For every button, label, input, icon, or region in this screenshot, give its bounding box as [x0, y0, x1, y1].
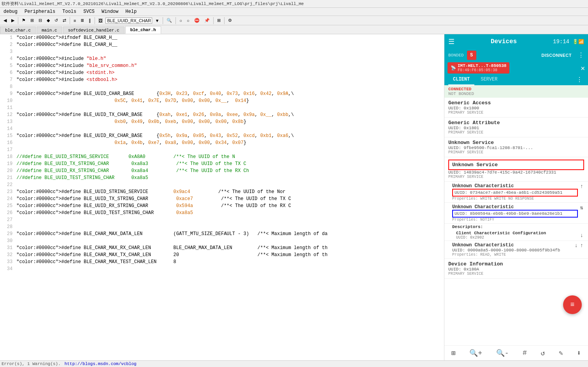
device-badge-name: IMT-HELT...T-850538	[458, 63, 506, 68]
code-line: 34	[0, 265, 444, 272]
service-item[interactable]: Generic Attribute UUID: 0x1801 PRIMARY S…	[444, 118, 588, 137]
code-line: 21//#define BLE_UUID_TEST_STRING_CHAR 0x…	[0, 174, 444, 181]
service-item[interactable]: Generic Access UUID: 0x1800 PRIMARY SERV…	[444, 98, 588, 118]
bottom-btn-refresh[interactable]: ↺	[537, 348, 548, 358]
char-action-icon[interactable]: ↑	[579, 242, 584, 249]
desc-actions: ↓	[579, 232, 584, 239]
char-action-icon[interactable]: ↑	[579, 183, 584, 190]
service-name: Device Information	[448, 261, 584, 267]
device-icon: 📡	[451, 65, 456, 70]
btn-8[interactable]: ≣	[79, 17, 86, 24]
desc-action-icon[interactable]: ↓	[579, 232, 584, 239]
line-number: 11	[0, 104, 15, 111]
menu-window[interactable]: Window	[100, 9, 119, 15]
btn-2[interactable]: ⊞	[28, 17, 36, 24]
characteristic-item[interactable]: Unknown Characteristic UUID: 8b00594a-eb…	[444, 203, 588, 224]
btn-7[interactable]: ≡	[72, 17, 78, 24]
more-icon[interactable]: ⋮	[578, 51, 584, 59]
code-editor[interactable]: 1"color:#0000cc">#ifndef BLE_CHAR_H__2"c…	[0, 34, 444, 360]
service-item[interactable]: Device Information UUID: 0x180A PRIMARY …	[444, 259, 588, 279]
separator-5	[176, 17, 176, 24]
service-item[interactable]: Unknown Service UUID: 14839ac4-7d7e-415c…	[444, 157, 588, 182]
ble-right-panel: ☰ Devices 19:14 🔋 📶 BONDED S DISCONNECT …	[444, 34, 588, 360]
battery-icon: 🔋	[572, 39, 578, 45]
fab-button[interactable]: ≡	[563, 295, 582, 314]
btn-pin[interactable]: 📌	[202, 17, 212, 24]
tab-main-c[interactable]: main.c	[37, 26, 62, 34]
line-number: 18	[0, 153, 15, 160]
hamburger-icon[interactable]: ☰	[448, 37, 455, 46]
close-x-icon[interactable]: ✕	[581, 64, 585, 72]
btn-circle1[interactable]: ○	[177, 17, 184, 24]
btn-5[interactable]: ↺	[53, 17, 60, 24]
tab-softdevice[interactable]: softdevice_handler.c	[63, 26, 125, 34]
nav-back-btn[interactable]: ◀	[2, 17, 9, 24]
btn-3[interactable]: ⊟	[37, 17, 44, 24]
btn-circle2[interactable]: ○	[185, 17, 191, 24]
characteristic-item[interactable]: Unknown Characteristic UUID: 0000a8a5-00…	[444, 241, 588, 259]
characteristic-item[interactable]: Unknown Characteristic UUID: 0734ace7-a8…	[444, 182, 588, 203]
line-text	[15, 216, 444, 223]
code-line: 9"color:#0000cc">#define BLE_UUID_CHAR_B…	[0, 90, 444, 97]
code-line: 32"color:#0000cc">#define BLE_CHAR_MAX_T…	[0, 251, 444, 258]
bottom-btn-zoom-out[interactable]: 🔍-	[493, 348, 512, 358]
line-number: 2	[0, 41, 15, 48]
code-line: 25"color:#0000cc">#define BLE_UUID_RX_ST…	[0, 202, 444, 209]
bottom-btn-hash[interactable]: #	[520, 348, 530, 358]
code-line: 30	[0, 237, 444, 244]
menu-help[interactable]: Help	[124, 9, 138, 15]
code-line: 33"color:#0000cc">#define BLE_CHAR_MAX_T…	[0, 258, 444, 265]
code-line: 12"color:#0000cc">#define BLE_UUID_TX_CH…	[0, 111, 444, 118]
btn-settings[interactable]: ⚙	[226, 17, 234, 24]
menu-tools[interactable]: Tools	[61, 9, 77, 15]
btn-grid[interactable]: ⊞	[215, 17, 223, 24]
menu-peripherals[interactable]: Peripherals	[23, 9, 56, 15]
line-number: 17	[0, 146, 15, 153]
char-action-icon[interactable]: ↓	[574, 242, 578, 249]
btn-9[interactable]: ‖	[87, 17, 93, 24]
service-item[interactable]: Unknown Service UUID: 9fbe9500-fca1-1208…	[444, 137, 588, 157]
code-line: 5"color:#0000cc">#include "ble_srv_commo…	[0, 62, 444, 69]
ble-topbar: ☰ Devices 19:14 🔋 📶	[444, 34, 588, 49]
bottom-btn-download[interactable]: ⬇	[574, 348, 584, 358]
imt-device-bar: 📡 IMT-HELT...T-850538 F8:49:F6:85:05:38 …	[444, 61, 588, 74]
tab-ble-char-h[interactable]: ble_char.h	[125, 26, 161, 34]
line-text: //#define BLE_UUID_TEST_STRING_CHAR 0xa8…	[15, 174, 444, 181]
line-text: "color:#0000cc">#include "ble_srv_common…	[15, 62, 444, 69]
tab-ble-char-c[interactable]: ble_char.c	[0, 26, 36, 34]
line-text	[15, 223, 444, 230]
char-name: Unknown Characteristic	[452, 183, 578, 189]
menu-debug[interactable]: debug	[2, 9, 19, 15]
tab-client[interactable]: CLIENT	[448, 74, 474, 85]
tab-more-icon[interactable]: ⋮	[575, 74, 584, 85]
service-name: Unknown Service	[448, 160, 584, 170]
tab-server[interactable]: SERVER	[476, 74, 502, 85]
separator-7	[224, 17, 225, 24]
char-action-icon[interactable]: ⇅	[579, 204, 584, 211]
code-line: 6"color:#0000cc">#include <stdint.h>	[0, 69, 444, 76]
btn-4[interactable]: ◆	[45, 17, 52, 24]
ble-bottom-toolbar: ⊞ 🔍+ 🔍- # ↺ ✎ ⬇	[444, 345, 588, 360]
search-input[interactable]	[105, 18, 152, 24]
line-text: 0xb0, 0x49, 0x0b, 0xeb, 0x00, 0x00, 0x00…	[15, 118, 444, 125]
menu-svcs[interactable]: SVCS	[82, 9, 96, 15]
descriptor-item[interactable]: Client Characteristic Configuration UUID…	[444, 230, 588, 241]
btn-6[interactable]: ⇄	[61, 17, 68, 24]
code-line: 27	[0, 216, 444, 223]
btn-1[interactable]: ⚑	[20, 17, 28, 24]
btn-img[interactable]: 🖼	[97, 17, 105, 24]
btn-stop[interactable]: ⛔	[192, 17, 202, 24]
line-text: "color:#0000cc">#define BLE_UUID_STRING_…	[15, 188, 444, 195]
line-number: 8	[0, 83, 15, 90]
separator-6	[213, 17, 214, 24]
conn-status-text2: NOT BONDED	[448, 91, 474, 96]
btn-find[interactable]: 🔍	[165, 17, 174, 24]
line-number: 6	[0, 69, 15, 76]
bottom-btn-edit[interactable]: ✎	[556, 348, 566, 358]
bottom-btn-grid[interactable]: ⊞	[448, 348, 459, 358]
nav-fwd-btn[interactable]: ▶	[9, 17, 16, 24]
code-line: 26"color:#0000cc">#define BLE_UUID_TEST_…	[0, 209, 444, 216]
bottom-btn-zoom-in[interactable]: 🔍+	[466, 348, 485, 358]
disconnect-button[interactable]: DISCONNECT	[541, 53, 572, 58]
search-btn[interactable]: ▼	[153, 17, 161, 24]
